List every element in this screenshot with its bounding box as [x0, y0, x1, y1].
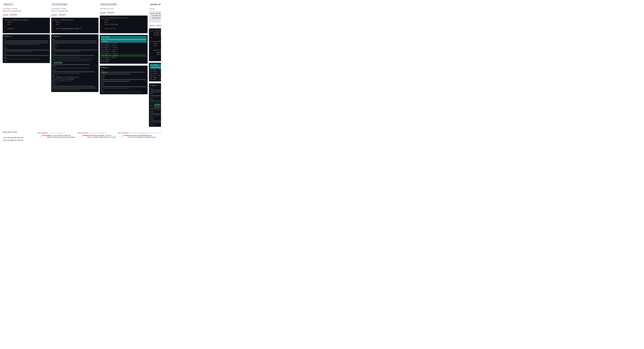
- main-grid: revert() via require() or revert() witho…: [3, 3, 158, 127]
- col4-arrow: →: [118, 135, 120, 138]
- bottom-section: empty without string = the revert opcode…: [3, 131, 158, 142]
- col2-eq: =: [40, 136, 42, 138]
- col1-opcode: opcode = REVERT: [3, 14, 50, 16]
- col4-title: custom error: [149, 3, 161, 6]
- col3-opcodes: 0679 PUSH32 4e487b7100000000000000000000…: [100, 35, 148, 64]
- col3-memory-tri: ▼: [101, 67, 102, 69]
- bottom-col1: empty without string = the revert opcode…: [3, 131, 35, 142]
- col4-hash-result: cf4791818fba6e019216eb4864093b49 47f674a…: [123, 135, 156, 138]
- col4-hash-func: keccak256("InsufficientBalance(uint256,u…: [118, 132, 161, 134]
- col1-title: revert(): [3, 3, 14, 6]
- bottom-col2: keccak256("Error(string)") → = 08c379a0a…: [38, 131, 75, 142]
- col1-memory: ▼ Memory ⧉ 0x0: 0x0000000000000000000000…: [3, 34, 50, 63]
- col4-memory-label: Memory: [152, 84, 157, 87]
- col4-hash-section: keccak256("InsufficientBalance(uint256,u…: [118, 132, 161, 134]
- col4-code: error InsufficientBalance( uint256 amoun…: [149, 28, 161, 61]
- col4-subtitle: example:: [149, 8, 161, 10]
- col3-opcode: opcode = REVERT: [100, 12, 148, 14]
- col1-copy-icon[interactable]: ⧉: [12, 36, 12, 38]
- col2-opcode: opcode = REVERT: [51, 14, 98, 16]
- col3-code: function testPanicError(uint256 a) publi…: [100, 16, 148, 33]
- col3-memory-label: Memory: [103, 67, 108, 69]
- col4-memory-tri: ▼: [150, 84, 151, 87]
- col2-hash-func: keccak256("Error(string)"): [38, 132, 65, 134]
- col3-title: Panic(uint256): [100, 3, 118, 6]
- col4-opcodes: 233 PUSH32 cf479181800000000000000000000…: [149, 63, 161, 82]
- col4-opcode: opcode = REVERT: [149, 24, 161, 26]
- col-revert: revert() via require() or revert() witho…: [3, 3, 50, 127]
- col4-memory: ▼ Memory ⧉ 0x0: 0x0000000000000000000000…: [149, 83, 161, 127]
- bottom-col4: keccak256("InsufficientBalance(uint256,u…: [118, 131, 161, 142]
- col1-code: function testRevertErrorEmpty() public p…: [3, 18, 50, 33]
- col3-subtitle: with panic error code: [100, 8, 148, 10]
- col3-eq: =: [81, 136, 82, 138]
- col3-copy-icon[interactable]: ⧉: [109, 67, 110, 69]
- bottom-col3: keccak256("Panic(uint256)") → = 4e487b71…: [78, 131, 116, 142]
- col4-copy-icon[interactable]: ⧉: [158, 84, 159, 86]
- col3-arrow: →: [78, 135, 80, 138]
- col2-title: Error(string): [51, 3, 68, 6]
- col2-hash-result: 08c379a0afcc32b1a39302f7cb807335 9698411…: [42, 135, 75, 138]
- col1-bottom-text: empty without string = the revert opcode…: [3, 131, 35, 142]
- col3-hash-func: keccak256("Panic(uint256)"): [78, 132, 106, 134]
- col2-copy-icon[interactable]: ⧉: [60, 36, 61, 38]
- col3-hash-result: 4e487b71539e0164c9d29506cc725e49 342bcac…: [83, 135, 116, 138]
- col2-arrow: →: [38, 135, 40, 138]
- col2-memory-label: Memory: [54, 36, 60, 38]
- col3-hash-section: keccak256("Panic(uint256)"): [78, 132, 116, 134]
- col2-memory-top: ▼ Memory ⧉ 0x0: 0x0000000000000000000000…: [51, 34, 98, 92]
- col2-code: function testRevertError() public pure {…: [51, 18, 98, 33]
- col4-eq: =: [121, 136, 122, 138]
- col2-subtitle: via require() or revert() with error mes…: [51, 8, 98, 12]
- col-panic: Panic(uint256) with panic error code opc…: [100, 3, 148, 127]
- col4-custom-code: revert InsufficientBalance( uint256 amou…: [149, 11, 161, 23]
- col2-memory-tri: ▼: [52, 36, 53, 38]
- col1-subtitle: via require() or revert() without error …: [3, 8, 50, 12]
- col3-memory: ▼ Memory ⧉ 0x0: 4e487b710000000000000000…: [100, 66, 148, 94]
- col1-memory-tri: ▼: [4, 36, 5, 38]
- col-error-string: Error(string) via require() or revert() …: [51, 3, 98, 127]
- col-custom: custom error example: revert Insufficien…: [149, 3, 161, 127]
- col2-hash-section: keccak256("Error(string)"): [38, 132, 75, 134]
- col1-memory-label: Memory: [6, 36, 11, 38]
